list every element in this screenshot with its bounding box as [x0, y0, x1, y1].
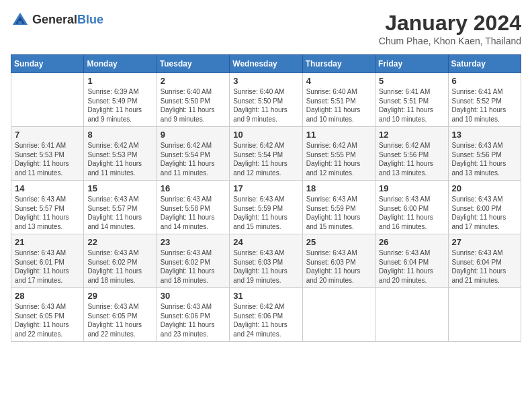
- calendar-title: January 2024: [379, 11, 521, 36]
- week-row-2: 7Sunrise: 6:41 AMSunset: 5:53 PMDaylight…: [11, 127, 521, 181]
- calendar-cell: 14Sunrise: 6:43 AMSunset: 5:57 PMDayligh…: [11, 181, 84, 234]
- calendar-cell: 26Sunrise: 6:43 AMSunset: 6:04 PMDayligh…: [375, 234, 448, 288]
- day-number: 29: [87, 291, 152, 301]
- day-number: 3: [233, 76, 298, 86]
- day-info: Sunrise: 6:41 AMSunset: 5:53 PMDaylight:…: [15, 141, 80, 177]
- calendar-cell: 23Sunrise: 6:43 AMSunset: 6:02 PMDayligh…: [157, 234, 229, 288]
- calendar-cell: [302, 288, 375, 342]
- day-info: Sunrise: 6:43 AMSunset: 6:05 PMDaylight:…: [15, 302, 80, 338]
- day-number: 4: [306, 76, 371, 86]
- day-number: 9: [161, 130, 226, 140]
- title-block: January 2024 Chum Phae, Khon Kaen, Thail…: [379, 11, 521, 46]
- calendar-cell: 7Sunrise: 6:41 AMSunset: 5:53 PMDaylight…: [11, 127, 84, 181]
- calendar-cell: 2Sunrise: 6:40 AMSunset: 5:50 PMDaylight…: [157, 73, 229, 127]
- day-info: Sunrise: 6:43 AMSunset: 5:56 PMDaylight:…: [452, 141, 517, 177]
- calendar-cell: 13Sunrise: 6:43 AMSunset: 5:56 PMDayligh…: [448, 127, 521, 181]
- calendar-cell: 28Sunrise: 6:43 AMSunset: 6:05 PMDayligh…: [11, 288, 84, 342]
- calendar-cell: 1Sunrise: 6:39 AMSunset: 5:49 PMDaylight…: [84, 73, 157, 127]
- calendar-cell: 17Sunrise: 6:43 AMSunset: 5:59 PMDayligh…: [230, 181, 302, 234]
- day-number: 12: [379, 130, 444, 140]
- calendar-subtitle: Chum Phae, Khon Kaen, Thailand: [379, 36, 521, 46]
- day-number: 22: [87, 237, 152, 247]
- day-info: Sunrise: 6:43 AMSunset: 6:06 PMDaylight:…: [161, 302, 226, 338]
- calendar-table: Sunday Monday Tuesday Wednesday Thursday…: [11, 54, 521, 342]
- day-info: Sunrise: 6:43 AMSunset: 5:59 PMDaylight:…: [233, 195, 298, 231]
- day-number: 20: [452, 183, 517, 193]
- calendar-cell: 18Sunrise: 6:43 AMSunset: 5:59 PMDayligh…: [302, 181, 375, 234]
- day-info: Sunrise: 6:41 AMSunset: 5:52 PMDaylight:…: [452, 87, 517, 124]
- day-info: Sunrise: 6:42 AMSunset: 5:54 PMDaylight:…: [233, 141, 298, 177]
- day-info: Sunrise: 6:43 AMSunset: 6:00 PMDaylight:…: [379, 195, 444, 231]
- logo-general: General: [32, 13, 77, 27]
- day-number: 2: [161, 76, 226, 86]
- calendar-cell: 12Sunrise: 6:42 AMSunset: 5:56 PMDayligh…: [375, 127, 448, 181]
- day-number: 25: [306, 237, 371, 247]
- logo-blue: Blue: [77, 13, 103, 27]
- day-number: 28: [15, 291, 80, 301]
- day-info: Sunrise: 6:40 AMSunset: 5:51 PMDaylight:…: [306, 87, 371, 124]
- calendar-cell: 8Sunrise: 6:42 AMSunset: 5:53 PMDaylight…: [84, 127, 157, 181]
- calendar-cell: 29Sunrise: 6:43 AMSunset: 6:05 PMDayligh…: [84, 288, 157, 342]
- day-info: Sunrise: 6:42 AMSunset: 5:55 PMDaylight:…: [306, 141, 371, 177]
- day-info: Sunrise: 6:43 AMSunset: 6:04 PMDaylight:…: [452, 248, 517, 285]
- col-thursday: Thursday: [302, 55, 375, 73]
- day-info: Sunrise: 6:43 AMSunset: 6:03 PMDaylight:…: [233, 248, 298, 285]
- calendar-cell: 25Sunrise: 6:43 AMSunset: 6:03 PMDayligh…: [302, 234, 375, 288]
- col-monday: Monday: [84, 55, 157, 73]
- day-info: Sunrise: 6:42 AMSunset: 6:06 PMDaylight:…: [233, 302, 298, 338]
- day-number: 10: [233, 130, 298, 140]
- day-number: 18: [306, 183, 371, 193]
- calendar-cell: [448, 288, 521, 342]
- day-number: 19: [379, 183, 444, 193]
- day-info: Sunrise: 6:43 AMSunset: 5:59 PMDaylight:…: [306, 195, 371, 231]
- calendar-cell: 19Sunrise: 6:43 AMSunset: 6:00 PMDayligh…: [375, 181, 448, 234]
- calendar-cell: [375, 288, 448, 342]
- day-number: 26: [379, 237, 444, 247]
- col-saturday: Saturday: [448, 55, 521, 73]
- day-number: 8: [87, 130, 152, 140]
- day-info: Sunrise: 6:39 AMSunset: 5:49 PMDaylight:…: [87, 87, 152, 124]
- week-row-1: 1Sunrise: 6:39 AMSunset: 5:49 PMDaylight…: [11, 73, 521, 127]
- day-number: 6: [452, 76, 517, 86]
- day-info: Sunrise: 6:43 AMSunset: 5:57 PMDaylight:…: [15, 195, 80, 231]
- day-info: Sunrise: 6:43 AMSunset: 6:02 PMDaylight:…: [87, 248, 152, 285]
- logo-icon: [11, 11, 30, 30]
- logo: General Blue: [11, 11, 103, 30]
- day-number: 7: [15, 130, 80, 140]
- col-sunday: Sunday: [11, 55, 84, 73]
- day-info: Sunrise: 6:43 AMSunset: 6:00 PMDaylight:…: [452, 195, 517, 231]
- calendar-cell: [11, 73, 84, 127]
- day-info: Sunrise: 6:43 AMSunset: 6:03 PMDaylight:…: [306, 248, 371, 285]
- week-row-3: 14Sunrise: 6:43 AMSunset: 5:57 PMDayligh…: [11, 181, 521, 234]
- day-info: Sunrise: 6:43 AMSunset: 6:02 PMDaylight:…: [161, 248, 226, 285]
- day-number: 24: [233, 237, 298, 247]
- col-wednesday: Wednesday: [230, 55, 302, 73]
- day-info: Sunrise: 6:43 AMSunset: 5:57 PMDaylight:…: [87, 195, 152, 231]
- day-number: 1: [87, 76, 152, 86]
- calendar-cell: 9Sunrise: 6:42 AMSunset: 5:54 PMDaylight…: [157, 127, 229, 181]
- svg-rect-2: [18, 21, 22, 25]
- calendar-cell: 6Sunrise: 6:41 AMSunset: 5:52 PMDaylight…: [448, 73, 521, 127]
- day-number: 17: [233, 183, 298, 193]
- day-info: Sunrise: 6:43 AMSunset: 6:05 PMDaylight:…: [87, 302, 152, 338]
- calendar-cell: 15Sunrise: 6:43 AMSunset: 5:57 PMDayligh…: [84, 181, 157, 234]
- day-number: 15: [87, 183, 152, 193]
- day-number: 13: [452, 130, 517, 140]
- week-row-5: 28Sunrise: 6:43 AMSunset: 6:05 PMDayligh…: [11, 288, 521, 342]
- calendar-cell: 4Sunrise: 6:40 AMSunset: 5:51 PMDaylight…: [302, 73, 375, 127]
- calendar-cell: 27Sunrise: 6:43 AMSunset: 6:04 PMDayligh…: [448, 234, 521, 288]
- day-number: 16: [161, 183, 226, 193]
- day-number: 27: [452, 237, 517, 247]
- day-info: Sunrise: 6:40 AMSunset: 5:50 PMDaylight:…: [161, 87, 226, 124]
- day-info: Sunrise: 6:42 AMSunset: 5:56 PMDaylight:…: [379, 141, 444, 177]
- day-info: Sunrise: 6:43 AMSunset: 6:04 PMDaylight:…: [379, 248, 444, 285]
- day-info: Sunrise: 6:41 AMSunset: 5:51 PMDaylight:…: [379, 87, 444, 124]
- week-row-4: 21Sunrise: 6:43 AMSunset: 6:01 PMDayligh…: [11, 234, 521, 288]
- calendar-cell: 21Sunrise: 6:43 AMSunset: 6:01 PMDayligh…: [11, 234, 84, 288]
- day-info: Sunrise: 6:42 AMSunset: 5:54 PMDaylight:…: [161, 141, 226, 177]
- calendar-cell: 24Sunrise: 6:43 AMSunset: 6:03 PMDayligh…: [230, 234, 302, 288]
- calendar-cell: 31Sunrise: 6:42 AMSunset: 6:06 PMDayligh…: [230, 288, 302, 342]
- calendar-cell: 30Sunrise: 6:43 AMSunset: 6:06 PMDayligh…: [157, 288, 229, 342]
- day-info: Sunrise: 6:42 AMSunset: 5:53 PMDaylight:…: [87, 141, 152, 177]
- day-number: 23: [161, 237, 226, 247]
